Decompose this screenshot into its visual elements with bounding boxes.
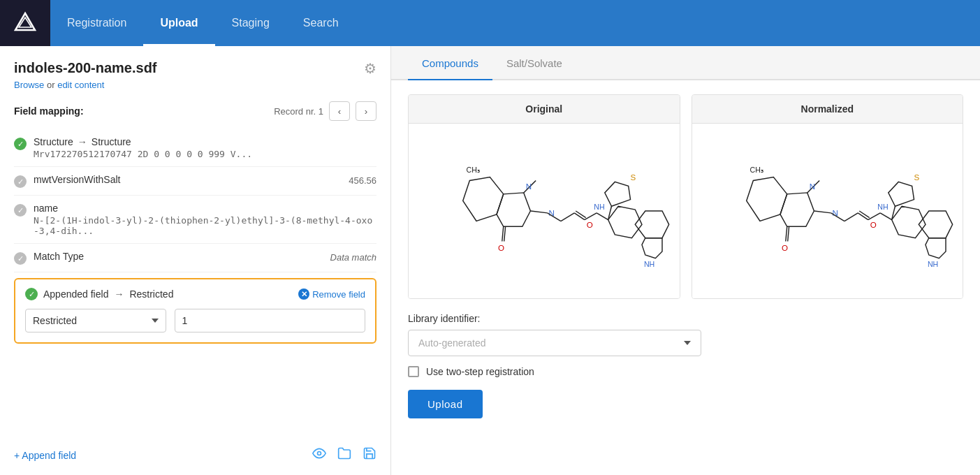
append-field-label: + Append field xyxy=(14,450,76,461)
browse-link[interactable]: Browse xyxy=(14,80,44,90)
save-icon[interactable] xyxy=(363,446,376,464)
mwt-content: mwtVersionWithSalt xyxy=(34,174,342,185)
right-content: Original xyxy=(391,80,980,475)
appended-target: Restricted xyxy=(129,288,173,300)
nav-search[interactable]: Search xyxy=(286,0,356,46)
next-record-button[interactable]: › xyxy=(356,101,376,121)
structure-check-icon: ✓ xyxy=(14,138,27,150)
field-mapping-label: Field mapping: xyxy=(14,105,84,117)
tab-salt-solvate[interactable]: Salt/Solvate xyxy=(492,46,576,80)
left-bottom: + Append field xyxy=(14,438,376,464)
svg-text:N: N xyxy=(809,182,814,191)
eye-icon[interactable] xyxy=(312,446,326,464)
normalized-molecule-svg: N N O CH₃ O xyxy=(699,131,956,291)
svg-marker-4 xyxy=(497,193,530,226)
tabs: Compounds Salt/Solvate xyxy=(391,46,980,80)
prev-record-button[interactable]: ‹ xyxy=(329,101,350,121)
main-layout: indoles-200-name.sdf ⚙ Browse or edit co… xyxy=(0,46,980,475)
svg-text:CH₃: CH₃ xyxy=(749,166,763,174)
svg-text:N: N xyxy=(526,182,532,191)
top-navigation: Registration Upload Staging Search xyxy=(0,0,980,46)
tab-compounds[interactable]: Compounds xyxy=(408,46,492,80)
match-content: Match Type xyxy=(34,251,323,262)
or-text: or xyxy=(47,80,57,90)
svg-marker-25 xyxy=(635,211,668,238)
appended-header: ✓ Appended field → Restricted ✕ Remove f… xyxy=(25,288,365,300)
svg-line-31 xyxy=(814,211,831,213)
two-step-checkbox[interactable] xyxy=(408,366,419,377)
appended-field-box: ✓ Appended field → Restricted ✕ Remove f… xyxy=(14,278,376,344)
structure-mapping: Structure → Structure xyxy=(34,136,376,147)
match-mapping: Match Type xyxy=(34,251,323,262)
original-molecule-svg: N N O CH₃ xyxy=(416,131,673,291)
svg-text:NH: NH xyxy=(927,260,937,268)
settings-icon[interactable]: ⚙ xyxy=(364,60,376,77)
restricted-dropdown[interactable]: Restricted Public Private xyxy=(25,309,166,332)
svg-marker-50 xyxy=(919,211,952,238)
nav-registration[interactable]: Registration xyxy=(50,0,143,46)
field-mapping-header: Field mapping: Record nr. 1 ‹ › xyxy=(14,101,376,121)
record-nav: Record nr. 1 ‹ › xyxy=(274,101,376,121)
mwt-icon: ✓ xyxy=(14,175,27,188)
nav-staging[interactable]: Staging xyxy=(215,0,286,46)
file-header: indoles-200-name.sdf ⚙ xyxy=(14,60,376,77)
svg-marker-48 xyxy=(888,182,914,206)
svg-line-33 xyxy=(787,226,789,241)
svg-line-14 xyxy=(561,213,574,221)
file-links: Browse or edit content xyxy=(14,80,376,90)
original-header: Original xyxy=(409,95,680,124)
nav-upload[interactable]: Upload xyxy=(143,0,214,46)
structure-target: Structure xyxy=(92,136,131,147)
original-column: Original xyxy=(408,94,680,299)
svg-line-32 xyxy=(785,226,787,241)
app-logo xyxy=(0,0,50,46)
molecule-columns: Original xyxy=(408,94,963,299)
svg-text:NH: NH xyxy=(594,203,604,211)
svg-marker-3 xyxy=(463,177,504,221)
svg-text:NH: NH xyxy=(877,203,888,211)
name-mapping: name xyxy=(34,203,376,214)
svg-marker-28 xyxy=(746,177,787,221)
svg-text:O: O xyxy=(498,243,504,252)
edit-link[interactable]: edit content xyxy=(57,80,104,90)
svg-text:NH: NH xyxy=(644,260,654,268)
match-value: Data match xyxy=(330,252,376,263)
svg-text:S: S xyxy=(914,173,919,182)
structure-arrow: → xyxy=(78,136,87,147)
left-panel: indoles-200-name.sdf ⚙ Browse or edit co… xyxy=(0,46,391,475)
remove-field-button[interactable]: ✕ Remove field xyxy=(298,288,365,300)
normalized-column: Normalized N xyxy=(692,94,964,299)
name-value: N-[2-(1H-indol-3-yl)-2-(thiophen-2-yl)et… xyxy=(34,215,376,236)
svg-text:CH₃: CH₃ xyxy=(467,166,480,174)
name-label: name xyxy=(34,203,58,214)
folder-icon[interactable] xyxy=(337,446,351,464)
svg-line-44 xyxy=(880,213,891,220)
svg-line-43 xyxy=(868,213,879,220)
append-field-button[interactable]: + Append field xyxy=(14,450,76,461)
structure-content: Structure → Structure Mrv172270512170747… xyxy=(34,136,376,159)
svg-line-19 xyxy=(597,213,608,220)
bottom-icons xyxy=(312,446,376,464)
svg-text:O: O xyxy=(781,243,787,252)
right-panel: Compounds Salt/Solvate Original xyxy=(391,46,980,475)
appended-check-icon: ✓ xyxy=(25,288,38,300)
library-identifier-select[interactable]: Auto-generated xyxy=(408,330,701,356)
remove-label: Remove field xyxy=(312,289,365,300)
library-identifier-label: Library identifier: xyxy=(408,313,963,324)
mwt-mapping: mwtVersionWithSalt xyxy=(34,174,342,185)
svg-marker-29 xyxy=(780,193,814,226)
svg-text:S: S xyxy=(631,173,636,182)
match-label: Match Type xyxy=(34,251,84,262)
structure-value: Mrv172270512170747 2D 0 0 0 0 0 999 V... xyxy=(34,149,376,159)
upload-button[interactable]: Upload xyxy=(408,390,483,418)
appended-arrow: → xyxy=(114,288,124,300)
normalized-molecule: N N O CH₃ O xyxy=(692,124,963,298)
field-row-match-type: ✓ Match Type Data match xyxy=(14,244,376,272)
mwt-value: 456.56 xyxy=(349,175,376,186)
appended-value-input[interactable] xyxy=(175,309,365,332)
two-step-label: Use two-step registration xyxy=(426,366,534,377)
mwt-name: mwtVersionWithSalt xyxy=(34,174,120,185)
structure-name: Structure xyxy=(34,136,73,147)
svg-point-2 xyxy=(318,452,321,455)
nav-items: Registration Upload Staging Search xyxy=(50,0,356,46)
